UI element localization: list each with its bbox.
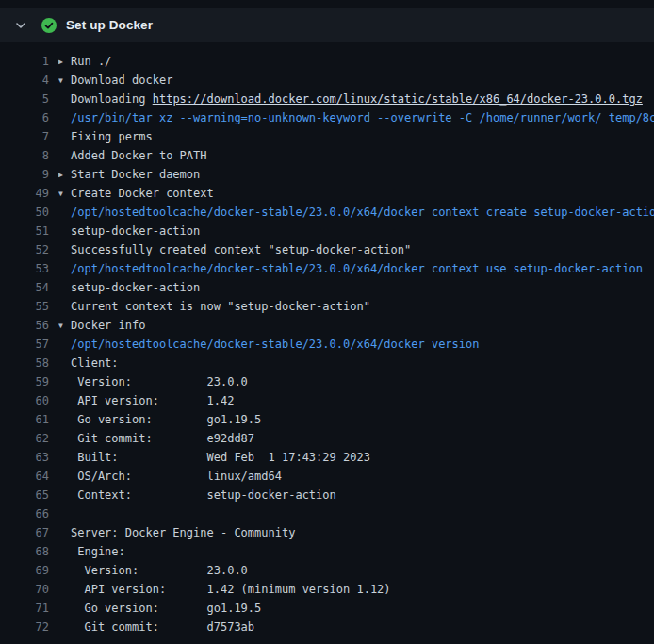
log-line-number[interactable]: 71	[0, 599, 49, 618]
log-line-number[interactable]: 4	[0, 71, 49, 90]
log-line-content: ▶ Built: Wed Feb 1 17:43:29 2023	[58, 448, 654, 467]
log-text: Successfully created context "setup-dock…	[71, 243, 411, 256]
log-line-content: ▶Downloading https://download.docker.com…	[58, 90, 654, 108]
log-line-content: ▶Client:	[58, 354, 654, 372]
collapse-group-icon[interactable]: ▼	[58, 317, 71, 335]
log-text: Run ./	[71, 55, 111, 68]
log-line-number[interactable]: 9	[0, 165, 49, 184]
log-line-number[interactable]: 53	[0, 259, 49, 278]
log-text: Create Docker context	[71, 187, 214, 200]
log-text: Version: 23.0.0	[71, 375, 248, 388]
step-header[interactable]: Set up Docker	[0, 8, 654, 42]
command-text: /usr/bin/tar xz --warning=no-unknown-key…	[71, 111, 654, 124]
log-line-content: ▼Download docker	[58, 71, 654, 90]
log-line: 57 ▶/opt/hostedtoolcache/docker-stable/2…	[0, 335, 654, 354]
log-line: 66 ▶	[0, 504, 654, 523]
log-line: 59 ▶ Version: 23.0.0	[0, 372, 654, 391]
log-line-number[interactable]: 60	[0, 391, 49, 410]
actions-log-viewer: Set up Docker 1 ▶Run ./ 4 ▼Download dock…	[0, 0, 654, 644]
log-line-number[interactable]: 58	[0, 354, 49, 372]
log-line-number[interactable]: 64	[0, 467, 49, 486]
check-circle-icon	[41, 18, 57, 33]
log-line: 1 ▶Run ./	[0, 52, 654, 71]
log-line-content: ▶Server: Docker Engine - Community	[58, 523, 654, 542]
log-line-number[interactable]: 56	[0, 316, 49, 335]
log-line-number[interactable]: 66	[0, 504, 49, 523]
log-line: 50 ▶/opt/hostedtoolcache/docker-stable/2…	[0, 203, 654, 222]
log-line-number[interactable]: 68	[0, 542, 49, 561]
log-line-content: ▶ Git commit: e92dd87	[58, 429, 654, 448]
log-line: 5 ▶Downloading https://download.docker.c…	[0, 90, 654, 108]
step-title: Set up Docker	[66, 18, 153, 32]
log-line-content: ▶ Engine:	[58, 542, 654, 561]
log-line: 55 ▶Current context is now "setup-docker…	[0, 297, 654, 316]
log-line: 6 ▶/usr/bin/tar xz --warning=no-unknown-…	[0, 108, 654, 127]
log-line-number[interactable]: 52	[0, 240, 49, 259]
log-text: Download docker	[71, 74, 172, 87]
log-line-number[interactable]: 1	[0, 52, 49, 71]
log-text: Current context is now "setup-docker-act…	[71, 300, 370, 313]
log-line-content: ▶Current context is now "setup-docker-ac…	[58, 297, 654, 316]
log-line: 54 ▶setup-docker-action	[0, 278, 654, 297]
log-line: 68 ▶ Engine:	[0, 542, 654, 561]
log-line-content: ▶/opt/hostedtoolcache/docker-stable/23.0…	[58, 259, 654, 278]
log-line-number[interactable]: 65	[0, 486, 49, 504]
expand-group-icon[interactable]: ▶	[58, 166, 71, 184]
log-area: 1 ▶Run ./ 4 ▼Download docker 5 ▶Download…	[0, 42, 654, 636]
log-line-number[interactable]: 59	[0, 372, 49, 391]
log-line: 61 ▶ Go version: go1.19.5	[0, 410, 654, 429]
log-line: 69 ▶ Version: 23.0.0	[0, 561, 654, 580]
log-line-number[interactable]: 67	[0, 523, 49, 542]
log-line-content: ▼Create Docker context	[58, 184, 654, 203]
log-text: Server: Docker Engine - Community	[71, 526, 295, 539]
log-text: Client:	[71, 356, 119, 370]
log-text: API version: 1.42	[71, 394, 234, 407]
log-line: 7 ▶Fixing perms	[0, 127, 654, 146]
log-line-number[interactable]: 70	[0, 580, 49, 599]
log-line-content: ▶ Go version: go1.19.5	[58, 410, 654, 429]
command-text: /opt/hostedtoolcache/docker-stable/23.0.…	[71, 206, 654, 219]
log-line-number[interactable]: 54	[0, 278, 49, 297]
log-line-number[interactable]: 63	[0, 448, 49, 467]
log-line-number[interactable]: 57	[0, 335, 49, 354]
expand-group-icon[interactable]: ▶	[58, 53, 71, 71]
log-link[interactable]: https://download.docker.com/linux/static…	[153, 92, 643, 106]
log-line: 4 ▼Download docker	[0, 71, 654, 90]
log-line-content: ▶/usr/bin/tar xz --warning=no-unknown-ke…	[58, 108, 654, 127]
collapse-group-icon[interactable]: ▼	[58, 72, 71, 90]
log-line-number[interactable]: 8	[0, 146, 49, 165]
log-text: Fixing perms	[71, 130, 153, 143]
log-line-content: ▶/opt/hostedtoolcache/docker-stable/23.0…	[58, 335, 654, 354]
collapse-group-icon[interactable]: ▼	[58, 185, 71, 203]
log-line-content: ▶ Go version: go1.19.5	[58, 599, 654, 618]
log-text: Built: Wed Feb 1 17:43:29 2023	[71, 451, 370, 464]
log-line-number[interactable]: 7	[0, 127, 49, 146]
log-line-number[interactable]: 72	[0, 618, 49, 636]
log-text: Version: 23.0.0	[71, 564, 248, 577]
log-text: Context: setup-docker-action	[71, 488, 336, 502]
log-line-number[interactable]: 62	[0, 429, 49, 448]
log-line: 56 ▼Docker info	[0, 316, 654, 335]
log-line-number[interactable]: 51	[0, 222, 49, 240]
log-line: 64 ▶ OS/Arch: linux/amd64	[0, 467, 654, 486]
log-line-number[interactable]: 69	[0, 561, 49, 580]
log-line-number[interactable]: 50	[0, 203, 49, 222]
log-line: 9 ▶Start Docker daemon	[0, 165, 654, 184]
log-line-number[interactable]: 61	[0, 410, 49, 429]
chevron-down-icon[interactable]	[13, 18, 28, 33]
log-line: 60 ▶ API version: 1.42	[0, 391, 654, 410]
log-line: 65 ▶ Context: setup-docker-action	[0, 486, 654, 504]
log-line-number[interactable]: 5	[0, 90, 49, 108]
log-line: 63 ▶ Built: Wed Feb 1 17:43:29 2023	[0, 448, 654, 467]
log-line-number[interactable]: 6	[0, 108, 49, 127]
log-line-content: ▶ Git commit: d7573ab	[58, 618, 654, 636]
log-line-content: ▶/opt/hostedtoolcache/docker-stable/23.0…	[58, 203, 654, 222]
log-line-number[interactable]: 55	[0, 297, 49, 316]
log-line-content: ▶ API version: 1.42	[58, 391, 654, 410]
log-text: Engine:	[71, 545, 125, 558]
log-line-content: ▶ API version: 1.42 (minimum version 1.1…	[58, 580, 654, 599]
log-line-number[interactable]: 49	[0, 184, 49, 203]
log-text: Git commit: d7573ab	[71, 620, 254, 634]
log-line: 62 ▶ Git commit: e92dd87	[0, 429, 654, 448]
log-text: setup-docker-action	[71, 281, 200, 294]
